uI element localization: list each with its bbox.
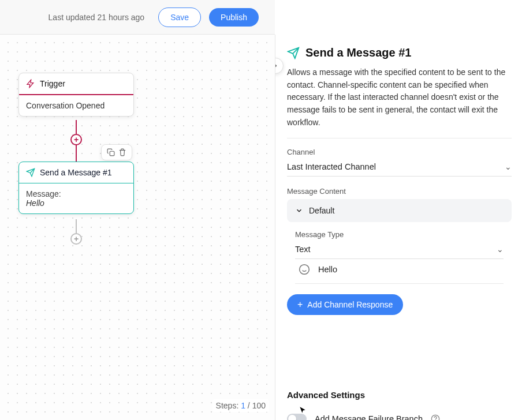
connector-line: [76, 219, 77, 233]
connector-line: [76, 144, 77, 162]
message-text-row[interactable]: Hello: [295, 259, 504, 284]
advanced-settings-heading: Advanced Settings: [287, 390, 512, 400]
send-icon: [287, 47, 300, 59]
publish-button[interactable]: Publish: [209, 8, 259, 27]
emoji-icon[interactable]: [299, 264, 310, 275]
message-content-label: Message Content: [287, 187, 512, 196]
panel-description: Allows a message with the specified cont…: [287, 66, 512, 129]
send-node-title: Send a Message #1: [40, 168, 112, 177]
copy-icon[interactable]: [106, 148, 115, 157]
steps-counter: Steps: 1 / 100: [212, 399, 269, 412]
connector-line: [76, 120, 77, 134]
help-icon[interactable]: [431, 414, 440, 420]
send-node-msg-label: Message:: [26, 189, 126, 198]
save-button[interactable]: Save: [158, 7, 201, 27]
add-step-button-end[interactable]: +: [70, 233, 82, 245]
trigger-node[interactable]: Trigger Conversation Opened: [18, 73, 134, 117]
svg-point-1: [300, 265, 310, 275]
trigger-title: Trigger: [40, 79, 65, 88]
bolt-icon: [26, 79, 35, 88]
plus-icon: +: [297, 300, 303, 309]
divider: [287, 138, 512, 138]
message-type-label: Message Type: [295, 230, 504, 239]
channel-label: Channel: [287, 148, 512, 156]
message-type-select[interactable]: Text ⌄: [295, 242, 504, 259]
channel-select[interactable]: Last Interacted Channel ⌄: [287, 160, 512, 177]
cursor-icon: [299, 405, 307, 415]
chevron-down-icon: ⌄: [497, 245, 504, 254]
send-icon: [26, 168, 35, 177]
trash-icon[interactable]: [118, 148, 127, 157]
add-step-button[interactable]: +: [70, 134, 82, 145]
message-text-value: Hello: [318, 265, 337, 274]
properties-panel: Send a Message #1 Allows a message with …: [275, 35, 522, 420]
send-node-msg-value: Hello: [26, 198, 126, 208]
collapse-panel-button[interactable]: [275, 58, 284, 74]
panel-title: Send a Message #1: [305, 46, 411, 59]
send-message-node[interactable]: Send a Message #1 Message: Hello: [18, 162, 134, 214]
chevron-down-icon: ⌄: [505, 162, 512, 171]
default-accordion-header[interactable]: Default: [287, 199, 512, 222]
last-updated-text: Last updated 21 hours ago: [49, 13, 145, 22]
node-toolbar: [101, 144, 132, 160]
chevron-down-icon: [295, 207, 303, 215]
trigger-body: Conversation Opened: [26, 101, 105, 110]
svg-rect-0: [110, 151, 114, 156]
add-channel-response-button[interactable]: + Add Channel Response: [287, 294, 403, 315]
failure-branch-label: Add Message Failure Branch: [315, 414, 423, 420]
workflow-canvas[interactable]: Trigger Conversation Opened + Send a Mes…: [0, 35, 275, 420]
